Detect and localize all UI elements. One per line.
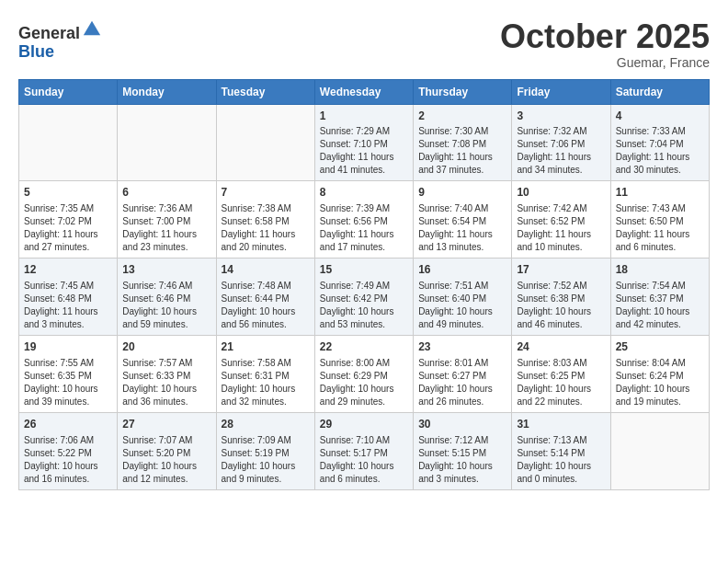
day-info-line: Sunset: 6:29 PM [320,371,388,381]
day-number: 21 [222,339,310,355]
day-info-line: and 26 minutes. [418,396,483,407]
calendar-cell: 7Sunrise: 7:38 AMSunset: 6:58 PMDaylight… [216,181,314,259]
day-info: Sunrise: 8:00 AMSunset: 6:29 PMDaylight:… [320,357,408,408]
day-info-line: Daylight: 10 hours [24,461,98,471]
logo-general: General [18,24,80,42]
day-info: Sunrise: 7:38 AMSunset: 6:58 PMDaylight:… [222,202,310,254]
col-monday: Monday [118,79,216,104]
day-info-line: Sunrise: 7:30 AM [418,126,488,136]
day-info-line: Daylight: 10 hours [418,306,493,316]
month-title: October 2025 [500,18,710,55]
calendar-cell: 25Sunrise: 8:04 AMSunset: 6:24 PMDayligh… [610,335,709,412]
day-info-line: Sunrise: 7:07 AM [122,435,192,445]
day-info-line: Sunrise: 7:51 AM [418,281,488,291]
day-info-line: Sunrise: 7:06 AM [24,435,94,445]
day-info-line: Daylight: 11 hours [616,229,690,239]
day-number: 11 [616,185,704,201]
day-info-line: Sunrise: 7:39 AM [320,203,390,213]
day-info: Sunrise: 7:07 AMSunset: 5:20 PMDaylight:… [122,434,210,486]
day-info-line: Sunset: 5:15 PM [418,448,486,458]
day-info: Sunrise: 7:57 AMSunset: 6:33 PMDaylight:… [122,357,210,408]
day-info-line: Daylight: 10 hours [122,461,197,471]
day-info-line: Sunrise: 7:52 AM [517,281,586,291]
day-info-line: Sunrise: 7:43 AM [616,203,686,213]
day-info-line: and 27 minutes. [24,242,89,252]
day-number: 17 [517,262,605,278]
calendar-cell: 14Sunrise: 7:48 AMSunset: 6:44 PMDayligh… [216,259,314,336]
day-info-line: Daylight: 11 hours [418,229,493,239]
day-info-line: and 34 minutes. [517,165,582,175]
day-info-line: Sunset: 6:40 PM [418,293,486,304]
day-info-line: Sunset: 7:10 PM [320,139,388,149]
day-info-line: Daylight: 11 hours [320,152,394,162]
day-info-line: Daylight: 11 hours [418,152,493,162]
day-number: 6 [122,185,210,201]
calendar-cell: 22Sunrise: 8:00 AMSunset: 6:29 PMDayligh… [314,335,413,412]
day-info-line: Sunset: 5:20 PM [122,448,190,458]
calendar-cell: 28Sunrise: 7:09 AMSunset: 5:19 PMDayligh… [216,412,314,489]
day-info-line: and 17 minutes. [320,242,385,252]
day-info-line: Daylight: 11 hours [517,152,591,162]
calendar-cell: 16Sunrise: 7:51 AMSunset: 6:40 PMDayligh… [414,259,512,336]
day-info-line: Sunset: 7:02 PM [24,216,92,226]
day-info-line: Daylight: 10 hours [418,384,493,394]
day-info-line: Daylight: 11 hours [24,306,98,316]
day-number: 27 [122,417,210,432]
calendar-cell: 9Sunrise: 7:40 AMSunset: 6:54 PMDaylight… [414,181,512,259]
day-info-line: Daylight: 10 hours [320,461,394,471]
day-info-line: Sunrise: 8:04 AM [616,358,686,368]
calendar-cell: 2Sunrise: 7:30 AMSunset: 7:08 PMDaylight… [414,104,512,181]
calendar-cell [216,104,314,181]
day-info: Sunrise: 7:06 AMSunset: 5:22 PMDaylight:… [24,434,112,486]
col-tuesday: Tuesday [216,79,314,104]
calendar-cell [118,104,216,181]
calendar-cell: 29Sunrise: 7:10 AMSunset: 5:17 PMDayligh… [314,412,413,489]
day-info: Sunrise: 7:35 AMSunset: 7:02 PMDaylight:… [24,202,112,254]
day-number: 19 [24,339,112,355]
calendar-cell: 6Sunrise: 7:36 AMSunset: 7:00 PMDaylight… [118,181,216,259]
day-info: Sunrise: 8:01 AMSunset: 6:27 PMDaylight:… [418,357,506,408]
calendar-cell: 10Sunrise: 7:42 AMSunset: 6:52 PMDayligh… [512,181,610,259]
day-info: Sunrise: 7:30 AMSunset: 7:08 PMDaylight:… [418,125,506,177]
day-info-line: and 59 minutes. [122,319,188,329]
day-info-line: Daylight: 10 hours [616,384,690,394]
day-info-line: and 12 minutes. [122,474,188,484]
day-number: 28 [222,417,310,432]
title-block: October 2025 Guemar, France [500,18,710,70]
day-info-line: Sunrise: 7:49 AM [320,281,390,291]
calendar-cell: 8Sunrise: 7:39 AMSunset: 6:56 PMDaylight… [314,181,413,259]
day-info-line: Sunset: 7:08 PM [418,139,486,149]
day-info-line: Sunset: 6:25 PM [517,371,585,381]
day-info-line: Daylight: 10 hours [122,306,197,316]
day-info-line: and 36 minutes. [122,396,188,407]
day-info-line: and 0 minutes. [517,474,577,484]
day-info-line: Sunset: 6:42 PM [320,293,388,304]
calendar-cell: 18Sunrise: 7:54 AMSunset: 6:37 PMDayligh… [610,259,709,336]
day-info-line: Daylight: 10 hours [24,384,98,394]
day-info-line: and 30 minutes. [616,165,681,175]
calendar-cell: 17Sunrise: 7:52 AMSunset: 6:38 PMDayligh… [512,259,610,336]
day-info: Sunrise: 7:51 AMSunset: 6:40 PMDaylight:… [418,280,506,331]
day-info-line: Sunrise: 7:35 AM [24,203,94,213]
day-info-line: Sunrise: 7:10 AM [320,435,390,445]
day-info: Sunrise: 8:04 AMSunset: 6:24 PMDaylight:… [616,357,704,408]
day-info-line: Sunrise: 7:46 AM [122,281,192,291]
day-info-line: Sunset: 6:24 PM [616,371,684,381]
calendar-week-row: 19Sunrise: 7:55 AMSunset: 6:35 PMDayligh… [19,335,710,412]
day-number: 25 [616,339,704,355]
logo-blue: Blue [18,42,54,61]
day-info-line: Sunset: 6:52 PM [517,216,585,226]
day-info-line: Sunrise: 7:38 AM [222,203,291,213]
day-info-line: and 6 minutes. [616,242,677,252]
calendar-cell: 5Sunrise: 7:35 AMSunset: 7:02 PMDaylight… [19,181,118,259]
calendar-cell: 1Sunrise: 7:29 AMSunset: 7:10 PMDaylight… [314,104,413,181]
day-info-line: Sunrise: 7:54 AM [616,281,686,291]
day-info: Sunrise: 7:12 AMSunset: 5:15 PMDaylight:… [418,434,506,486]
day-info-line: Sunset: 6:44 PM [222,293,290,304]
day-number: 5 [24,185,112,201]
day-info-line: Sunrise: 8:03 AM [517,358,586,368]
location-label: Guemar, France [500,55,710,70]
day-info: Sunrise: 8:03 AMSunset: 6:25 PMDaylight:… [517,357,605,408]
day-info-line: and 37 minutes. [418,165,483,175]
day-info-line: and 42 minutes. [616,319,681,329]
